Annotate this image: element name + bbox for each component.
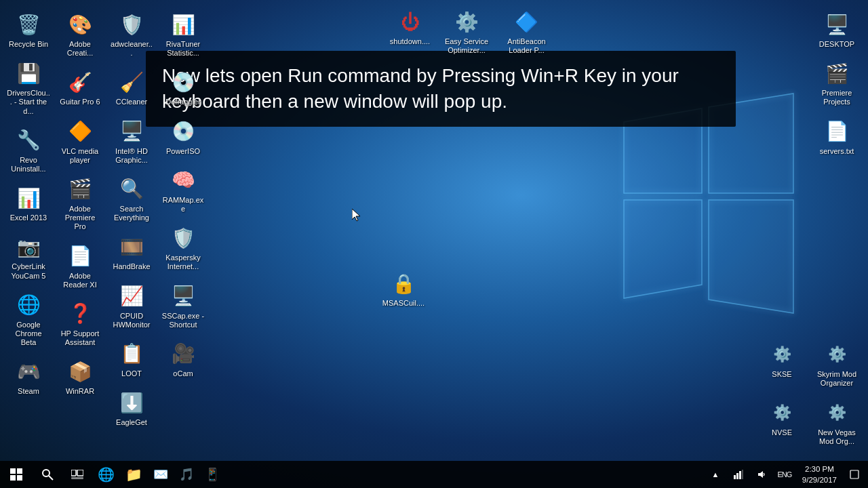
icon-winrar[interactable]: 📦 WinRAR (56, 354, 104, 400)
icon-label-revo: Revo Uninstall... (7, 156, 50, 174)
icon-steam[interactable]: 🎮 Steam (4, 354, 53, 400)
icon-recycle-bin[interactable]: 🗑️ Recycle Bin (4, 7, 53, 53)
taskbar-mail-button[interactable]: ✉️ (148, 461, 174, 488)
icon-defraggler[interactable]: 💿 Defraggler (159, 64, 208, 110)
icon-msascuil[interactable]: 🔒 MSASCuil.... (378, 266, 429, 312)
taskbar-winamp-button[interactable]: 🎵 (174, 461, 199, 488)
icon-revo[interactable]: 🔧 Revo Uninstall... (4, 123, 53, 178)
icon-label-ocam: oCam (173, 369, 193, 378)
icon-drivers-cloud[interactable]: 💾 DriversClou... - Start the d... (4, 56, 53, 120)
icon-skse[interactable]: ⚙️ SKSE (758, 337, 806, 392)
icon-label-vlc: VLC media player (58, 147, 102, 165)
task-view-button[interactable] (62, 461, 92, 488)
icon-adwcleaner[interactable]: 🛡️ adwcleaner... (107, 7, 156, 62)
icon-shutdown[interactable]: ⏻ shutdown.... (384, 4, 435, 59)
keyboard-layout-label: ENG (777, 470, 791, 479)
icon-label-rivatuner: RivaTuner Statistic... (161, 40, 205, 58)
taskbar-explorer-button[interactable]: 📁 (120, 461, 148, 488)
icon-ccleaner[interactable]: 🧹 CCleaner (107, 64, 156, 110)
icon-rammap[interactable]: 🧠 RAMMap.exe (159, 163, 208, 218)
icon-label-premiere-projects: Premiere Projects (814, 89, 860, 106)
icon-cyberlink[interactable]: 📷 CyberLink YouCam 5 (4, 229, 53, 284)
icon-label-skse: SKSE (772, 370, 791, 379)
top-bar-icons: ⏻ shutdown.... ⚙️ Easy Service Optimizer… (383, 3, 557, 60)
icon-label-loot: LOOT (121, 369, 142, 378)
icon-premiere-projects[interactable]: 🎬 Premiere Projects (810, 56, 864, 110)
icon-label-steam: Steam (18, 387, 39, 396)
icon-premiere[interactable]: 🎬 Adobe Premiere Pro (56, 171, 104, 236)
icon-poweriso[interactable]: 💿 PowerISO (159, 114, 208, 160)
tray-chevron[interactable]: ▲ (705, 461, 726, 488)
svg-point-4 (43, 470, 50, 476)
icon-label-servers-txt: servers.txt (820, 147, 854, 156)
notification-center-button[interactable] (844, 461, 865, 488)
svg-rect-12 (742, 470, 743, 479)
icon-label-rammap: RAMMap.exe (161, 196, 205, 214)
icon-label-cyberlink: CyberLink YouCam 5 (7, 262, 50, 280)
icon-ocam[interactable]: 🎥 oCam (159, 336, 208, 382)
system-tray: ▲ ENG 2:30 PM 9/29/2017 (702, 461, 868, 488)
svg-rect-3 (17, 475, 22, 481)
icon-label-ccleaner: CCleaner (116, 98, 147, 106)
icon-hp-support[interactable]: ❓ HP Support Assistant (56, 296, 104, 351)
icon-eagleget[interactable]: ⬇️ EagleGet (107, 385, 156, 431)
icon-label-desktop: DESKTOP (819, 40, 854, 49)
icon-label-drivers-cloud: DriversClou... - Start the d... (7, 89, 50, 116)
icon-new-vegas-mod[interactable]: ⚙️ New Vegas Mod Org... (810, 395, 864, 450)
svg-rect-14 (850, 470, 859, 479)
icon-label-excel: Excel 2013 (10, 214, 47, 222)
tray-keyboard[interactable]: ENG (774, 461, 795, 488)
icon-intel-hd[interactable]: 🖥️ Intel® HD Graphic... (107, 114, 156, 169)
taskbar-ie-button[interactable]: 🌐 (92, 461, 120, 488)
svg-line-5 (49, 476, 53, 480)
icon-servers-txt[interactable]: 📄 servers.txt (810, 114, 864, 160)
icon-loot[interactable]: 📋 LOOT (107, 336, 156, 382)
svg-rect-0 (10, 468, 16, 474)
tray-speaker[interactable] (751, 461, 772, 488)
icon-chrome[interactable]: 🌐 Google Chrome Beta (4, 287, 53, 352)
clock-date: 9/29/2017 (802, 474, 837, 485)
icon-label-poweriso: PowerISO (166, 147, 200, 156)
icon-handbrake[interactable]: 🎞️ HandBrake (107, 229, 156, 275)
icon-sscap[interactable]: 🖥️ SSCap.exe - Shortcut (159, 279, 208, 333)
tray-network[interactable] (728, 461, 749, 488)
icon-desktop[interactable]: 🖥️ DESKTOP (810, 7, 864, 53)
icon-adobe-creative[interactable]: 🎨 Adobe Creati... (56, 7, 104, 62)
clock-time: 2:30 PM (805, 464, 834, 474)
icon-label-winrar: WinRAR (66, 387, 94, 396)
icon-vlc[interactable]: 🔶 VLC media player (56, 114, 104, 169)
icon-kaspersky[interactable]: 🛡️ Kaspersky Internet... (159, 220, 208, 275)
taskbar-clock[interactable]: 2:30 PM 9/29/2017 (797, 461, 842, 488)
desktop-icons-right: 🖥️ DESKTOP 🎬 Premiere Projects 📄 servers… (760, 0, 868, 167)
icon-antibeacon[interactable]: 🔷 AntiBeacon Loader P... (498, 4, 555, 59)
icon-easy-service[interactable]: ⚙️ Easy Service Optimizer... (439, 4, 494, 59)
start-button[interactable] (0, 461, 33, 488)
icon-skyrim-mod[interactable]: ⚙️ Skyrim Mod Organizer (810, 337, 864, 392)
icon-nvse[interactable]: ⚙️ NVSE (758, 395, 806, 450)
icon-label-hp-support: HP Support Assistant (58, 329, 102, 347)
icon-adobe-reader[interactable]: 📄 Adobe Reader XI (56, 239, 104, 293)
desktop-icon-mid: 🔒 MSASCuil.... (376, 264, 431, 313)
icon-excel[interactable]: 📊 Excel 2013 (4, 180, 53, 226)
svg-rect-6 (71, 470, 76, 476)
icon-rivatuner[interactable]: 📊 RivaTuner Statistic... (159, 7, 208, 62)
icon-label-premiere: Adobe Premiere Pro (58, 205, 102, 232)
icon-label-adobe-reader: Adobe Reader XI (58, 272, 102, 289)
icon-cpuid[interactable]: 📈 CPUID HWMonitor (107, 279, 156, 333)
icon-label-nvse: NVSE (772, 428, 792, 437)
icon-label-cpuid: CPUID HWMonitor (110, 312, 153, 329)
svg-rect-9 (734, 475, 736, 479)
icon-label-antibeacon: AntiBeacon Loader P... (504, 37, 550, 55)
icon-label-adwcleaner: adwcleaner... (110, 40, 153, 58)
desktop-icons-left: 🗑️ Recycle Bin 💾 DriversClou... - Start … (0, 0, 197, 461)
icon-label-skyrim-mod: Skyrim Mod Organizer (814, 370, 860, 388)
icon-label-eagleget: EagleGet (116, 418, 147, 427)
icon-search-everything[interactable]: 🔍 Search Everything (107, 171, 156, 226)
taskbar-app-button[interactable]: 📱 (199, 461, 225, 488)
taskbar-search-button[interactable] (33, 461, 62, 488)
icon-guitar-pro[interactable]: 🎸 Guitar Pro 6 (56, 64, 104, 110)
icon-label-new-vegas-mod: New Vegas Mod Org... (814, 428, 860, 446)
svg-rect-8 (71, 477, 83, 479)
taskbar: 🌐 📁 ✉️ 🎵 📱 ▲ ENG 2:30 PM 9/29/2017 (0, 461, 868, 488)
svg-rect-1 (17, 468, 22, 474)
